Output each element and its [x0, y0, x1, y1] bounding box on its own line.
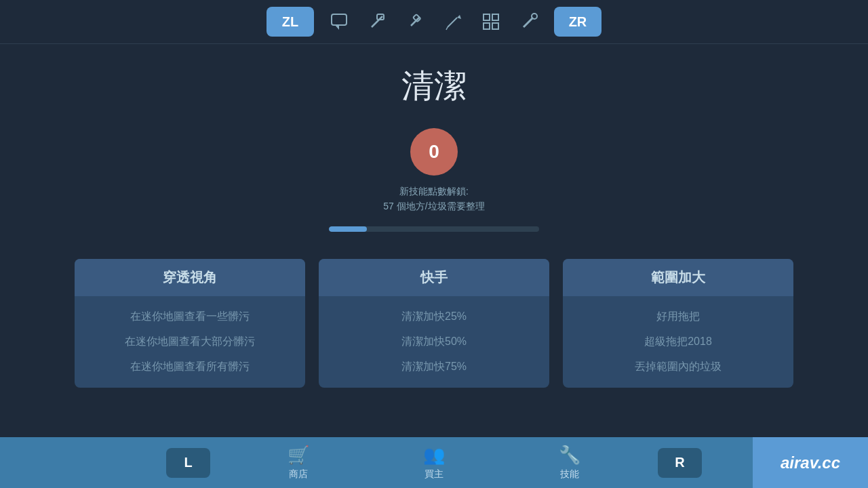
- cards-row: 穿透視角 在迷你地圖查看一些髒污 在迷你地圖查看大部分髒污 在迷你地圖查看所有髒…: [64, 259, 804, 388]
- axe-icon[interactable]: [364, 9, 390, 35]
- skill-card-header-1: 快手: [319, 259, 549, 296]
- svg-rect-0: [332, 14, 347, 25]
- skill-item-0-1: 在迷你地圖查看大部分髒污: [88, 335, 292, 349]
- buyer-icon: 👥: [423, 445, 445, 466]
- skill-item-1-2: 清潔加快75%: [332, 360, 536, 374]
- score-circle: 0: [410, 128, 458, 176]
- chat-icon[interactable]: [326, 9, 352, 35]
- top-toolbar: ZL: [0, 0, 868, 44]
- shop-icon: 🛒: [288, 445, 309, 466]
- buyer-label: 買主: [425, 468, 443, 481]
- skill-card-0: 穿透視角 在迷你地圖查看一些髒污 在迷你地圖查看大部分髒污 在迷你地圖查看所有髒…: [75, 259, 305, 388]
- wrench-icon[interactable]: [516, 9, 542, 35]
- shop-label: 商店: [289, 468, 308, 481]
- nav-item-shop[interactable]: 🛒 商店: [231, 445, 366, 481]
- skill-item-0-0: 在迷你地圖查看一些髒污: [88, 310, 292, 324]
- nav-item-buyer[interactable]: 👥 買主: [366, 445, 502, 481]
- svg-rect-5: [413, 14, 420, 22]
- svg-rect-9: [484, 14, 490, 20]
- page-title: 清潔: [401, 64, 467, 108]
- bottom-toolbar: L 🛒 商店 👥 買主 🔧 技能 R: [0, 437, 868, 488]
- skill-label: 技能: [560, 468, 579, 481]
- nav-item-skill[interactable]: 🔧 技能: [502, 445, 637, 481]
- skill-item-2-1: 超級拖把2018: [576, 335, 780, 349]
- skill-card-body-1: 清潔加快25% 清潔加快50% 清潔加快75%: [319, 296, 549, 388]
- grid-icon[interactable]: [478, 9, 504, 35]
- unlock-label: 新技能點數解鎖: 57 個地方/垃圾需要整理: [383, 184, 484, 214]
- watermark: airav.cc: [753, 437, 868, 488]
- r-button[interactable]: R: [658, 448, 702, 478]
- zl-button[interactable]: ZL: [267, 7, 314, 37]
- svg-line-13: [524, 18, 533, 27]
- progress-bar-fill: [329, 226, 367, 232]
- svg-rect-12: [492, 23, 498, 29]
- skill-card-1: 快手 清潔加快25% 清潔加快50% 清潔加快75%: [319, 259, 549, 388]
- svg-rect-11: [484, 23, 490, 29]
- hammer-icon[interactable]: [402, 9, 428, 35]
- svg-rect-10: [492, 14, 498, 20]
- skill-card-2: 範圍加大 好用拖把 超級拖把2018 丟掉範圍內的垃圾: [563, 259, 793, 388]
- progress-bar: [329, 226, 539, 232]
- zr-button[interactable]: ZR: [554, 7, 601, 37]
- skill-item-0-2: 在迷你地圖查看所有髒污: [88, 360, 292, 374]
- svg-line-6: [448, 18, 457, 27]
- skill-item-1-0: 清潔加快25%: [332, 310, 536, 324]
- skill-card-header-0: 穿透視角: [75, 259, 305, 296]
- skill-card-body-0: 在迷你地圖查看一些髒污 在迷你地圖查看大部分髒污 在迷你地圖查看所有髒污: [75, 296, 305, 388]
- main-content: 清潔 0 新技能點數解鎖: 57 個地方/垃圾需要整理 穿透視角 在迷你地圖查看…: [0, 44, 868, 444]
- skill-card-body-2: 好用拖把 超級拖把2018 丟掉範圍內的垃圾: [563, 296, 793, 388]
- skill-icon: 🔧: [559, 445, 580, 466]
- svg-point-14: [532, 14, 537, 19]
- skill-item-1-1: 清潔加快50%: [332, 335, 536, 349]
- skill-card-header-2: 範圍加大: [563, 259, 793, 296]
- svg-marker-7: [457, 15, 461, 19]
- svg-line-8: [446, 27, 448, 30]
- svg-marker-1: [335, 25, 339, 30]
- skill-item-2-2: 丟掉範圍內的垃圾: [576, 360, 780, 374]
- skill-item-2-0: 好用拖把: [576, 310, 780, 324]
- pencil-icon[interactable]: [440, 9, 466, 35]
- l-button[interactable]: L: [166, 448, 210, 478]
